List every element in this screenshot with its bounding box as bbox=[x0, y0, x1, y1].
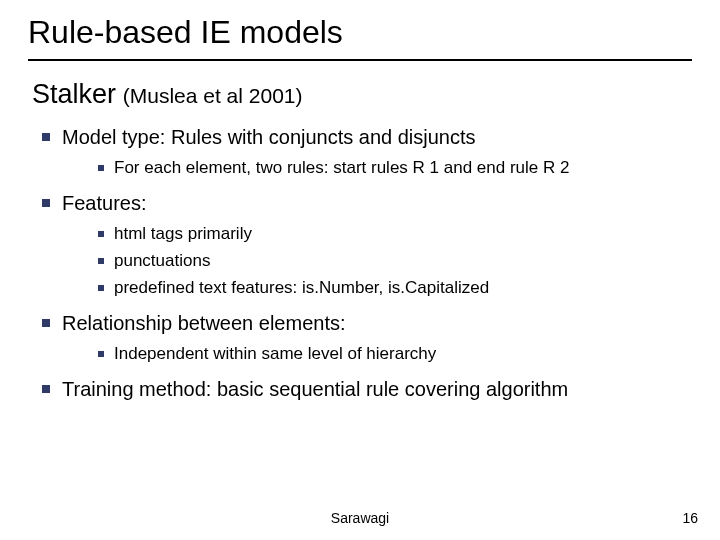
bullet-list: Model type: Rules with conjuncts and dis… bbox=[0, 124, 720, 403]
list-item: Model type: Rules with conjuncts and dis… bbox=[40, 124, 720, 180]
footer-author: Sarawagi bbox=[0, 510, 720, 526]
slide: Rule-based IE models Stalker (Muslea et … bbox=[0, 0, 720, 540]
list-item: For each element, two rules: start rules… bbox=[96, 157, 720, 180]
list-item: Independent within same level of hierarc… bbox=[96, 343, 720, 366]
slide-title: Rule-based IE models bbox=[0, 0, 720, 57]
bullet-text: For each element, two rules: start rules… bbox=[114, 158, 569, 177]
subtitle-main: Stalker bbox=[32, 79, 116, 109]
bullet-text: Relationship between elements: bbox=[62, 312, 346, 334]
sub-list: Independent within same level of hierarc… bbox=[62, 343, 720, 366]
subtitle-citation: (Muslea et al 2001) bbox=[123, 84, 303, 107]
bullet-text: Features: bbox=[62, 192, 146, 214]
list-item: Training method: basic sequential rule c… bbox=[40, 376, 720, 403]
bullet-text: Model type: Rules with conjuncts and dis… bbox=[62, 126, 476, 148]
page-number: 16 bbox=[682, 510, 698, 526]
bullet-text: Training method: basic sequential rule c… bbox=[62, 378, 568, 400]
title-underline bbox=[28, 59, 692, 61]
list-item: Relationship between elements: Independe… bbox=[40, 310, 720, 366]
list-item: punctuations bbox=[96, 250, 720, 273]
sub-list: For each element, two rules: start rules… bbox=[62, 157, 720, 180]
slide-subtitle: Stalker (Muslea et al 2001) bbox=[0, 79, 720, 110]
bullet-text: Independent within same level of hierarc… bbox=[114, 344, 436, 363]
bullet-text: predefined text features: is.Number, is.… bbox=[114, 278, 489, 297]
bullet-text: punctuations bbox=[114, 251, 210, 270]
list-item: Features: html tags primarily punctuatio… bbox=[40, 190, 720, 300]
bullet-text: html tags primarily bbox=[114, 224, 252, 243]
list-item: html tags primarily bbox=[96, 223, 720, 246]
list-item: predefined text features: is.Number, is.… bbox=[96, 277, 720, 300]
sub-list: html tags primarily punctuations predefi… bbox=[62, 223, 720, 300]
